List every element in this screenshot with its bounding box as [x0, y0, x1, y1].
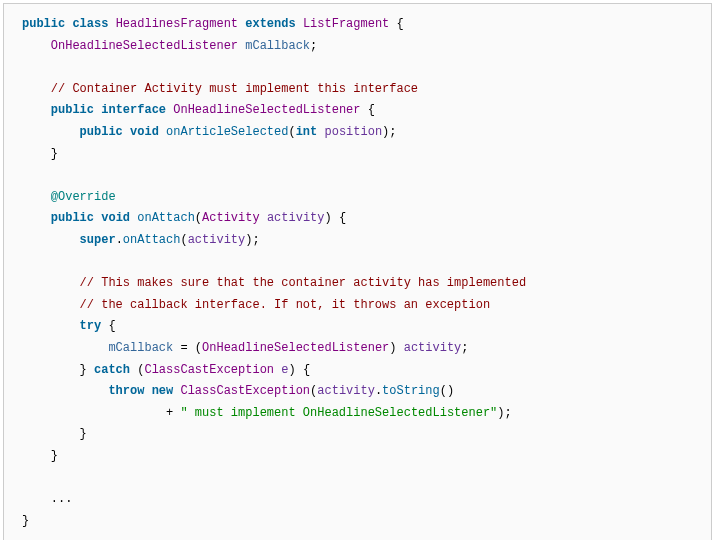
ellipsis: ... [51, 492, 73, 506]
cls-listener-1: OnHeadlineSelectedListener [51, 39, 238, 53]
kw-extends: extends [245, 17, 295, 31]
cls-ClassCastException: ClassCastException [144, 363, 274, 377]
mtd-onAttach: onAttach [137, 211, 195, 225]
kw-catch: catch [94, 363, 130, 377]
kw-interface: interface [101, 103, 166, 117]
kw-new: new [152, 384, 174, 398]
kw-super: super [80, 233, 116, 247]
cls-Activity: Activity [202, 211, 260, 225]
comment-2: // This makes sure that the container ac… [80, 276, 526, 290]
cls-listener-2: OnHeadlineSelectedListener [173, 103, 360, 117]
mtd-onArticleSelected: onArticleSelected [166, 125, 288, 139]
kw-throw: throw [108, 384, 144, 398]
cls-HeadlinesFragment: HeadlinesFragment [116, 17, 238, 31]
kw-class: class [72, 17, 108, 31]
kw-int: int [296, 125, 318, 139]
cls-ListFragment: ListFragment [303, 17, 389, 31]
mtd-toString: toString [382, 384, 440, 398]
param-position: position [324, 125, 382, 139]
ann-Override: @Override [51, 190, 116, 204]
str-1: " must implement OnHeadlineSelectedListe… [180, 406, 497, 420]
kw-void: void [130, 125, 159, 139]
param-activity: activity [267, 211, 325, 225]
kw-try: try [80, 319, 102, 333]
code-block: public class HeadlinesFragment extends L… [3, 3, 712, 540]
member-mCallback: mCallback [245, 39, 310, 53]
comment-3: // the callback interface. If not, it th… [80, 298, 490, 312]
kw-public: public [22, 17, 65, 31]
comment-1: // Container Activity must implement thi… [51, 82, 418, 96]
